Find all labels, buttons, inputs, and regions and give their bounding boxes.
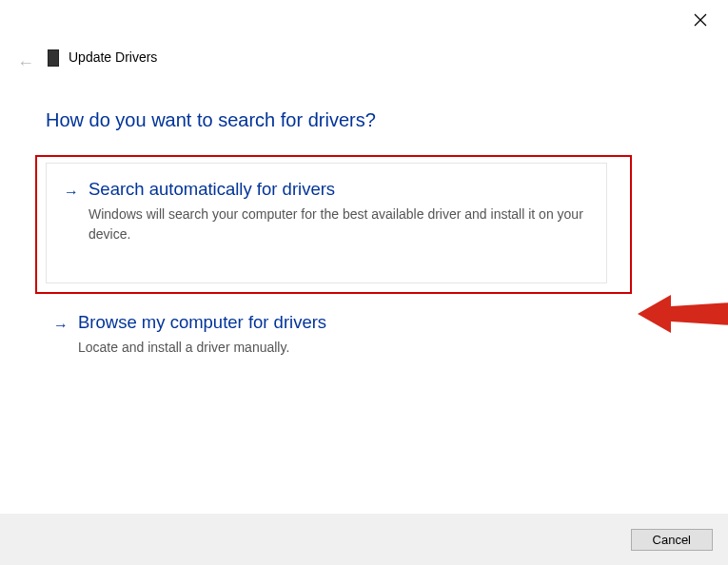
- back-button[interactable]: ←: [17, 53, 34, 73]
- svg-marker-2: [638, 295, 728, 333]
- arrow-right-icon: →: [64, 184, 79, 201]
- cancel-button[interactable]: Cancel: [631, 529, 713, 551]
- close-button[interactable]: [694, 13, 709, 29]
- page-title: Update Drivers: [69, 49, 157, 65]
- option-browse-computer[interactable]: → Browse my computer for drivers Locate …: [53, 312, 605, 358]
- option-description: Locate and install a driver manually.: [78, 338, 605, 358]
- annotation-arrow-icon: [638, 285, 728, 342]
- option-title: Browse my computer for drivers: [78, 312, 605, 333]
- option-content: Search automatically for drivers Windows…: [89, 179, 589, 244]
- option-description: Windows will search your computer for th…: [89, 205, 589, 244]
- main-heading: How do you want to search for drivers?: [46, 109, 376, 131]
- footer-bar: Cancel: [0, 514, 728, 565]
- device-icon: [48, 49, 59, 67]
- option-title: Search automatically for drivers: [89, 179, 589, 200]
- close-icon: [694, 13, 707, 27]
- arrow-right-icon: →: [53, 317, 69, 334]
- option-search-automatically[interactable]: → Search automatically for drivers Windo…: [46, 163, 607, 283]
- back-arrow-icon: ←: [17, 53, 34, 72]
- option-content: Browse my computer for drivers Locate an…: [78, 312, 605, 358]
